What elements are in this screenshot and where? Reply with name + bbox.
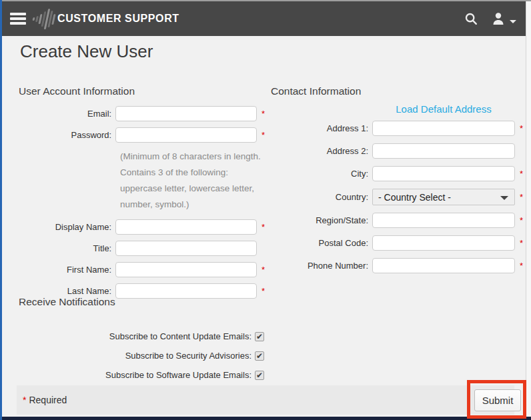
first-name-input[interactable] (115, 262, 257, 277)
region-state-input[interactable] (372, 213, 515, 228)
last-name-input[interactable] (115, 283, 257, 299)
address2-label: Address 2: (267, 146, 372, 156)
hamburger-menu-icon[interactable] (10, 13, 26, 25)
required-asterisk: * (261, 130, 267, 140)
page-title: Create New User (20, 41, 153, 62)
phone-number-label: Phone Number: (267, 261, 372, 271)
top-navbar: CUSTOMER SUPPORT (2, 1, 526, 36)
display-name-input[interactable] (115, 219, 257, 235)
search-icon[interactable] (464, 11, 478, 26)
title-input[interactable] (115, 241, 257, 256)
account-section-heading: User Account Information (19, 85, 135, 97)
region-state-row: Region/State: * (267, 213, 527, 228)
region-state-label: Region/State: (267, 215, 372, 225)
scrollbar-track[interactable] (526, 1, 531, 417)
postal-code-input[interactable] (372, 235, 515, 251)
form-footer-bar: *Required (17, 385, 514, 415)
address2-row: Address 2: (267, 143, 527, 159)
software-updates-label: Subscribe to Software Update Emails: (105, 370, 255, 380)
required-asterisk: * (261, 222, 267, 232)
required-asterisk: * (261, 265, 267, 275)
display-name-row: Display Name: * (0, 219, 267, 235)
brand-waveform-logo (31, 9, 57, 29)
chevron-down-icon (500, 196, 508, 200)
account-fields-column: Email: * Password: * (Minimum of 8 chara… (0, 106, 267, 305)
required-asterisk: * (520, 215, 525, 225)
required-asterisk: * (520, 123, 525, 133)
window-bottom-bar (0, 417, 531, 420)
contact-fields-column: Load Default Address Address 1: * Addres… (267, 103, 527, 281)
check-icon: ✔ (256, 352, 263, 360)
check-icon: ✔ (256, 371, 263, 379)
required-asterisk: * (261, 109, 267, 119)
content-updates-row: Subscribe to Content Update Emails: ✔ (0, 331, 264, 341)
country-label: Country: (267, 192, 372, 202)
chevron-down-icon (510, 20, 516, 23)
notifications-rows: Subscribe to Content Update Emails: ✔ Su… (0, 331, 267, 389)
required-asterisk: * (261, 286, 267, 296)
required-asterisk: * (23, 395, 26, 405)
city-label: City: (267, 169, 372, 179)
content-updates-label: Subscribe to Content Update Emails: (109, 331, 255, 341)
email-input[interactable] (115, 106, 257, 121)
postal-code-row: Postal Code: * (267, 235, 527, 251)
address2-input[interactable] (372, 143, 515, 159)
window-top-edge (2, 0, 531, 1)
first-name-label: First Name: (0, 265, 115, 275)
display-name-label: Display Name: (0, 222, 115, 232)
required-asterisk: * (520, 169, 525, 179)
app-window: CUSTOMER SUPPORT Create New User User Ac… (0, 0, 531, 420)
security-advisories-checkbox[interactable]: ✔ (255, 351, 264, 361)
address1-label: Address 1: (267, 123, 372, 133)
submit-button[interactable]: Submit (474, 389, 521, 411)
required-note: *Required (23, 395, 67, 405)
address1-row: Address 1: * (267, 121, 527, 136)
phone-number-input[interactable] (372, 258, 515, 273)
title-label: Title: (0, 243, 115, 253)
notifications-section-heading: Receive Notifications (19, 296, 115, 308)
required-asterisk: * (520, 261, 525, 271)
check-icon: ✔ (256, 333, 263, 341)
security-advisories-row: Subscribe to Security Advisories: ✔ (0, 351, 264, 361)
phone-number-row: Phone Number: * (267, 258, 527, 273)
password-label: Password: (0, 130, 115, 140)
email-label: Email: (0, 109, 115, 119)
user-menu-icon[interactable] (490, 11, 516, 27)
security-advisories-label: Subscribe to Security Advisories: (125, 351, 255, 361)
country-row: Country: - Country Select - * (267, 189, 527, 205)
required-asterisk: * (520, 192, 525, 202)
city-row: City: * (267, 166, 527, 181)
software-updates-checkbox[interactable]: ✔ (255, 371, 264, 380)
country-select-value: - Country Select - (378, 192, 451, 203)
first-name-row: First Name: * (0, 262, 267, 277)
contact-section-heading: Contact Information (271, 85, 361, 97)
title-row: Title: (0, 241, 267, 256)
password-input[interactable] (115, 127, 257, 143)
brand-title: CUSTOMER SUPPORT (57, 13, 179, 25)
window-left-edge (0, 0, 2, 420)
required-asterisk: * (520, 238, 525, 248)
software-updates-row: Subscribe to Software Update Emails: ✔ (0, 370, 264, 380)
content-updates-checkbox[interactable]: ✔ (255, 332, 264, 341)
email-row: Email: * (0, 106, 267, 121)
load-default-address-link[interactable]: Load Default Address (396, 103, 491, 115)
last-name-label: Last Name: (0, 286, 115, 296)
postal-code-label: Postal Code: (267, 238, 372, 248)
city-input[interactable] (372, 166, 515, 181)
country-select[interactable]: - Country Select - (372, 189, 515, 205)
password-row: Password: * (0, 127, 267, 143)
address1-input[interactable] (372, 121, 515, 136)
password-hint: (Minimum of 8 characters in length. Cont… (120, 149, 270, 213)
